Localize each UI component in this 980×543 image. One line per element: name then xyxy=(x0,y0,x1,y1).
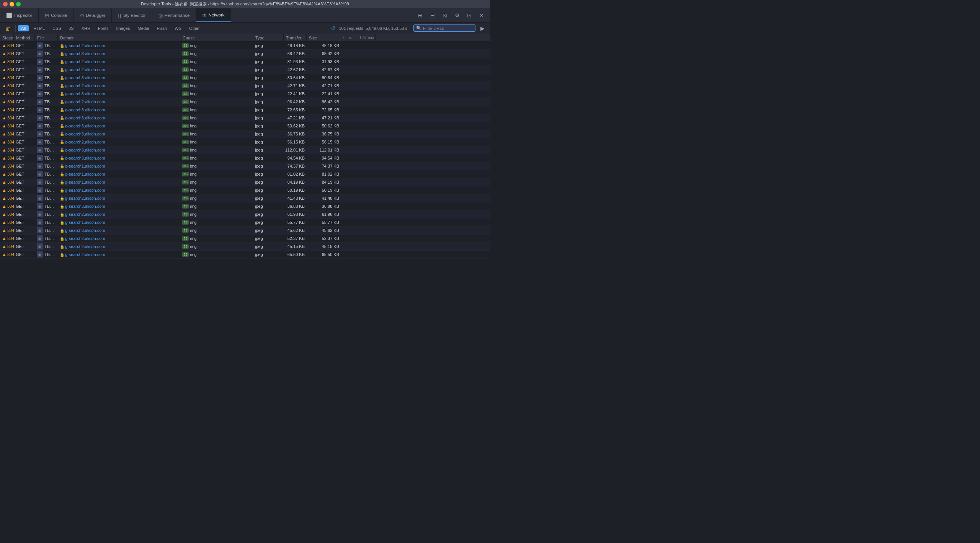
settings-button[interactable]: ⚙ xyxy=(452,10,462,21)
close-devtools-button[interactable]: ✕ xyxy=(476,10,487,21)
type-cell: jpeg xyxy=(253,219,284,226)
table-row[interactable]: ▲ 304 GET ▣ TB1maFYHFXXXXZXXXXXXXXXXxx_!… xyxy=(0,82,490,90)
close-button[interactable] xyxy=(3,2,8,7)
cause-header[interactable]: Cause xyxy=(180,34,253,41)
domain-link[interactable]: g-search3.alicdn.com xyxy=(65,51,105,56)
domain-link[interactable]: g-search3.alicdn.com xyxy=(65,156,105,160)
domain-header[interactable]: Domain xyxy=(58,34,180,41)
domain-link[interactable]: g-search2.alicdn.com xyxy=(65,67,105,72)
minimize-devtools-button[interactable]: ⊡ xyxy=(464,10,475,21)
method-header[interactable]: Method xyxy=(14,34,35,41)
domain-link[interactable]: g-search2.alicdn.com xyxy=(65,196,105,201)
table-row[interactable]: ▲ 304 GET ▣ TB1D_7FJpXXXXaSXVXXXXXXXXxx_… xyxy=(0,106,490,114)
tab-network[interactable]: ≋ Network xyxy=(196,8,231,22)
table-row[interactable]: ▲ 304 GET ▣ TB10QpiKFXXXXLXVXXXXXXXXXXxx… xyxy=(0,122,490,130)
filter-other[interactable]: Other xyxy=(186,25,203,31)
split-button[interactable]: ⊟ xyxy=(427,10,438,21)
domain-link[interactable]: g-search3.alicdn.com xyxy=(65,116,105,120)
minimize-button[interactable] xyxy=(10,2,14,7)
method-cell: GET xyxy=(14,138,35,146)
filter-url-input[interactable] xyxy=(423,26,473,31)
filter-options-button[interactable]: ▶ xyxy=(477,23,488,34)
table-row[interactable]: ▲ 304 GET ▣ TB26b2MrVXXXXcvXXXXXXXXXXxx_… xyxy=(0,98,490,106)
domain-link[interactable]: g-search3.alicdn.com xyxy=(65,75,105,80)
table-row[interactable]: ▲ 304 GET ▣ TB2UJPUoFXXXcVXXXXXXXXXXXXxx… xyxy=(0,138,490,146)
status-cell: ▲ 304 xyxy=(0,243,14,250)
domain-link[interactable]: g-search2.alicdn.com xyxy=(65,244,105,249)
table-row[interactable]: ▲ 304 GET ▣ TB23lGDqXXXXXUXXXXXXXXXXXXXX… xyxy=(0,194,490,202)
domain-link[interactable]: g-search3.alicdn.com xyxy=(65,132,105,136)
domain-link[interactable]: g-search2.alicdn.com xyxy=(65,99,105,104)
table-row[interactable]: ▲ 304 GET ▣ TB1TiyMKXXXXXbHXFXXXXXXXXxx_… xyxy=(0,114,490,122)
filter-all[interactable]: All xyxy=(18,25,29,31)
domain-link[interactable]: g-search2.alicdn.com xyxy=(65,59,105,64)
table-row[interactable]: ▲ 304 GET ▣ TB2niOmmVXXXXbaXXXXXXXXXXXXX… xyxy=(0,243,490,251)
tab-console[interactable]: ⊞ Console xyxy=(39,8,74,22)
table-row[interactable]: ▲ 304 GET ▣ TB16KELLXXXXXa3XXXXXXXXXXXXx… xyxy=(0,146,490,154)
table-row[interactable]: ▲ 304 GET ▣ TB1BZT6JVXXXXc.XpXXYXGcGpXX_… xyxy=(0,58,490,66)
filter-html[interactable]: HTML xyxy=(30,25,48,31)
filter-media[interactable]: Media xyxy=(134,25,152,31)
filter-images[interactable]: Images xyxy=(113,25,133,31)
table-row[interactable]: ▲ 304 GET ▣ TB2Hbm_oVXXXX3XFXXXXXXXXxx_!… xyxy=(0,42,490,50)
search-icon: 🔍 xyxy=(416,26,421,31)
warning-icon: ▲ xyxy=(2,43,7,48)
secure-icon: 🔒 xyxy=(60,204,64,209)
domain-link[interactable]: g-search1.alicdn.com xyxy=(65,220,105,225)
table-row[interactable]: ▲ 304 GET ▣ TB2io8HqVXXXXcZXXXXXXXXXXXXX… xyxy=(0,227,490,235)
tab-performance[interactable]: ◎ Performance xyxy=(152,8,196,22)
table-row[interactable]: ▲ 304 GET ▣ TB2H06XrVXXXXcNXpXXXXXXXXxx_… xyxy=(0,90,490,98)
table-row[interactable]: ▲ 304 GET ▣ TB23bi_pVXXXXJXFXXXXXXXXXXXX… xyxy=(0,251,490,259)
secure-icon: 🔒 xyxy=(60,116,64,120)
domain-link[interactable]: g-search2.alicdn.com xyxy=(65,236,105,241)
table-row[interactable]: ▲ 304 GET ▣ TB2FZ23rVXXXXfXXXXXXXXXXXXXx… xyxy=(0,170,490,178)
table-row[interactable]: ▲ 304 GET ▣ TB1NTimLFXXXXcPXVXXXXXXXXXXx… xyxy=(0,162,490,170)
secure-icon: 🔒 xyxy=(60,140,64,144)
table-row[interactable]: ▲ 304 GET ▣ TB1wGyCKXXXXXQXpXXXXXXXXxx_!… xyxy=(0,66,490,74)
domain-link[interactable]: g-search1.alicdn.com xyxy=(65,180,105,184)
tab-debugger[interactable]: ⊙ Debugger xyxy=(74,8,112,22)
domain-link[interactable]: g-search1.alicdn.com xyxy=(65,188,105,192)
size-header[interactable]: Size xyxy=(307,34,341,41)
table-row[interactable]: ▲ 304 GET ▣ TB2u5K9opXXXXpXFXXXXXXXXXXXX… xyxy=(0,210,490,219)
table-row[interactable]: ▲ 304 GET ▣ TB1iE3BMpXXXXYaXXXXXXXXXXXxx… xyxy=(0,130,490,138)
table-row[interactable]: ▲ 304 GET ▣ TB1zAl8KXXXXcAXVXXXXXXXXXXXX… xyxy=(0,202,490,210)
filter-ws[interactable]: WS xyxy=(172,25,185,31)
table-row[interactable]: ▲ 304 GET ▣ TB1WxiCJVXXXXcoaXXYXGcGpXX_M… xyxy=(0,74,490,82)
domain-link[interactable]: g-search1.alicdn.com xyxy=(65,172,105,176)
clear-button[interactable]: 🗑 xyxy=(2,23,13,34)
filter-fonts[interactable]: Fonts xyxy=(95,25,112,31)
tab-style-editor[interactable]: {} Style Editor xyxy=(112,8,152,22)
domain-link[interactable]: g-search3.alicdn.com xyxy=(65,91,105,96)
table-row[interactable]: ▲ 304 GET ▣ TB1_VETKpXXXXbLXYXGcGpXX_M2.… xyxy=(0,235,490,243)
domain-link[interactable]: g-search2.alicdn.com xyxy=(65,140,105,144)
dock-button[interactable]: ⊞ xyxy=(415,10,426,21)
transfer-header[interactable]: Transfer... xyxy=(284,34,307,41)
filter-xhr[interactable]: XHR xyxy=(78,25,93,31)
table-row[interactable]: ▲ 304 GET ▣ TB2IUF4sXXXXXbtXpXXXXXXXXXXx… xyxy=(0,154,490,162)
domain-link[interactable]: g-search3.alicdn.com xyxy=(65,148,105,152)
fullscreen-button[interactable] xyxy=(16,2,21,7)
sidebar-button[interactable]: ⊠ xyxy=(439,10,450,21)
domain-link[interactable]: g-search2.alicdn.com xyxy=(65,83,105,88)
file-header[interactable]: File xyxy=(35,34,58,41)
filter-css[interactable]: CSS xyxy=(49,25,64,31)
tab-inspector[interactable]: ⬜ Inspector xyxy=(0,8,39,22)
type-header[interactable]: Type xyxy=(253,34,284,41)
domain-link[interactable]: g-search3.alicdn.com xyxy=(65,228,105,233)
table-row[interactable]: ▲ 304 GET ▣ TB2ySzgqVXXXXaTXpXXXXXXXXXXx… xyxy=(0,178,490,186)
domain-link[interactable]: g-search1.alicdn.com xyxy=(65,164,105,168)
domain-link[interactable]: g-search3.alicdn.com xyxy=(65,204,105,209)
domain-link[interactable]: g-search3.alicdn.com xyxy=(65,108,105,112)
table-row[interactable]: ▲ 304 GET ▣ TB2W6GeqVXXXXrXpXXXXXXXXxx_!… xyxy=(0,50,490,58)
filter-js[interactable]: JS xyxy=(66,25,77,31)
table-row[interactable]: ▲ 304 GET ▣ TB2m5hgoFXXXXbLXXXXXXXXXXXXX… xyxy=(0,186,490,194)
status-header[interactable]: Status ▼ xyxy=(0,34,14,41)
transfer-cell: 65.50 KB xyxy=(284,251,307,258)
table-row[interactable]: ▲ 304 GET ▣ TB1h7blMpXXXXb_XpXXXXXXXXXXX… xyxy=(0,219,490,227)
filter-flash[interactable]: Flash xyxy=(154,25,170,31)
domain-link[interactable]: g-search2.alicdn.com xyxy=(65,212,105,217)
domain-link[interactable]: g-search3.alicdn.com xyxy=(65,124,105,128)
domain-link[interactable]: g-search2.alicdn.com xyxy=(65,252,105,257)
domain-link[interactable]: g-search2.alicdn.com xyxy=(65,43,105,48)
